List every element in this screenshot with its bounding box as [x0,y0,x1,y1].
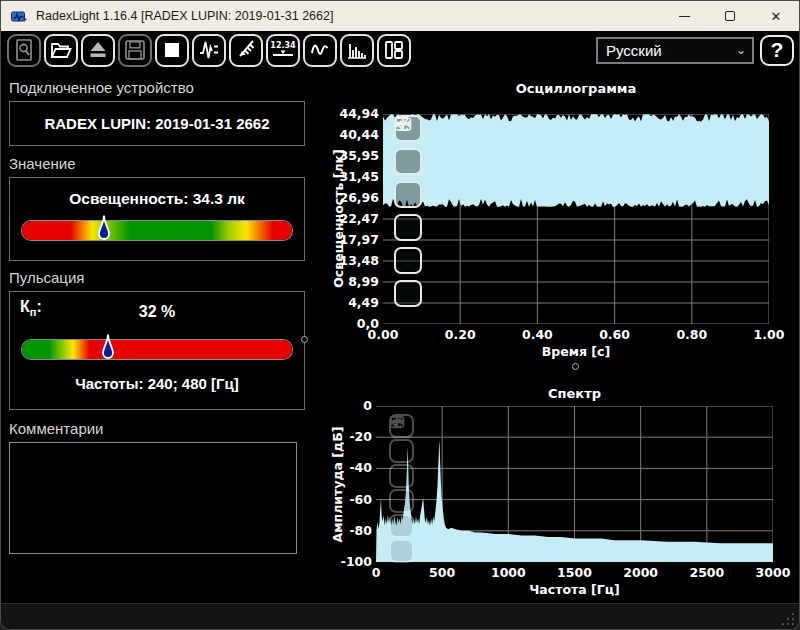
oscillogram-xtick-labels: 0.000.200.400.600.801.00 [383,327,769,343]
oscillogram-ytick-labels: 44,9440,4435,9531,4526,9622,4717,9713,48… [331,114,379,324]
spectrum-toolbar [389,414,414,563]
zoom-out-button[interactable] [394,214,422,241]
x-tick-label: 0.80 [676,327,707,342]
fit-horizontal-button[interactable] [394,247,422,274]
eject-icon [86,38,110,62]
resize-grip[interactable] [780,611,794,625]
x-tick-label: 3000 [756,565,791,580]
fit-horizontal-button[interactable] [389,514,414,538]
pulse-mode-button[interactable] [192,34,226,67]
y-tick-label: 22,47 [339,211,379,226]
x-tick-label: 0.20 [445,327,476,342]
maximize-button[interactable] [707,1,753,31]
fit-curve-button[interactable] [389,439,414,463]
x-tick-label: 0.40 [522,327,553,342]
y-tick-label: -100 [341,554,372,569]
ramp-hatch-icon [234,38,258,62]
x-tick-label: 0.00 [368,327,399,342]
stop-measurement-button[interactable] [155,34,189,67]
help-button[interactable]: ? [760,35,794,66]
device-section-label: Подключенное устройство [9,79,303,96]
comments-section-label: Комментарии [9,420,303,437]
oscillogram-toolbar [394,115,422,307]
pulse-trace-icon [197,38,221,62]
y-tick-label: 26,96 [339,190,379,205]
oscillogram-toggle-button[interactable] [303,34,337,67]
open-file-button[interactable] [44,34,78,67]
ramp-mode-button[interactable] [229,34,263,67]
fit-curve-button[interactable] [394,148,422,175]
value-display-toggle-button[interactable]: 12.34 [266,34,300,67]
oscillogram-plot[interactable] [383,114,769,324]
comments-input[interactable] [9,442,297,554]
window-title: RadexLight 1.16.4 [RADEX LUPIN: 2019-01-… [36,9,661,23]
app-window: RadexLight 1.16.4 [RADEX LUPIN: 2019-01-… [0,0,800,630]
y-tick-label: 40,44 [339,127,379,142]
spectrum-toggle-button[interactable] [340,34,374,67]
app-icon [11,9,28,24]
wave-icon [308,38,332,62]
panel-splitter-handle[interactable] [301,336,308,343]
language-value: Русский [606,42,736,59]
spectrum-ytick-labels: 0-20-40-60-80-100 [324,406,372,562]
oscillogram-xlabel: Время [с] [383,344,769,359]
x-tick-label: 0 [372,565,381,580]
y-tick-label: 31,45 [339,169,379,184]
device-name: RADEX LUPIN: 2019-01-31 2662 [44,115,269,132]
y-tick-label: 35,95 [339,148,379,163]
main-area: Подключенное устройство RADEX LUPIN: 201… [1,69,799,605]
floppy-disk-icon [123,38,147,62]
device-box: RADEX LUPIN: 2019-01-31 2662 [9,101,305,146]
x-tick-label: 500 [429,565,455,580]
y-tick-label: 44,94 [339,106,379,121]
x-tick-label: 0.60 [599,327,630,342]
y-tick-label: -20 [349,429,372,444]
close-button[interactable]: ✕ [753,1,799,31]
y-tick-label: 17,97 [339,232,379,247]
save-button[interactable] [118,34,152,67]
illuminance-value: Освещенность: 34.3 лк [22,190,292,208]
eject-device-button[interactable] [81,34,115,67]
illuminance-marker-icon [97,214,111,244]
numeric-display-icon: 12.34 [270,38,296,62]
pulsation-section-label: Пульсация [9,269,303,286]
spectrum-title: Спектр [376,386,773,401]
spectrum-xlabel: Частота [Гц] [376,582,773,597]
spectrum-plot[interactable] [376,406,773,562]
pulsation-box: Кп: 32 % Частоты: 240; 480 [Гц] [9,291,305,410]
illuminance-scale-bar [22,221,292,240]
svg-text:12.34: 12.34 [270,41,296,50]
value-section-label: Значение [9,155,303,172]
minimize-button[interactable] [661,1,707,31]
y-tick-label: 4,49 [348,295,379,310]
open-folder-icon [49,38,73,62]
zoom-in-button[interactable] [394,181,422,208]
fit-vertical-button[interactable] [389,539,414,563]
zoom-in-button[interactable] [389,464,414,488]
layout-panels-icon [382,38,406,62]
x-tick-label: 2500 [689,565,724,580]
x-tick-label: 1000 [491,565,526,580]
oscillogram-title: Осциллограмма [383,81,769,96]
y-tick-label: 8,99 [348,274,379,289]
status-bar [1,603,799,629]
x-tick-label: 1.00 [754,327,785,342]
y-tick-label: -80 [349,523,372,538]
y-tick-label: -60 [349,492,372,507]
language-select[interactable]: Русский ⌄ [596,37,754,64]
pulsation-scale-bar [22,340,292,359]
fit-vertical-button[interactable] [394,280,422,307]
layout-toggle-button[interactable] [377,34,411,67]
zoom-out-button[interactable] [389,489,414,513]
stop-icon [160,38,184,62]
y-tick-label: 0 [363,398,372,413]
kp-value: 32 % [22,303,292,321]
preview-button[interactable] [7,34,41,67]
magnifier-doc-icon [13,38,35,62]
value-box: Освещенность: 34.3 лк [9,177,305,261]
chevron-down-icon: ⌄ [736,43,746,57]
main-toolbar: 12.34 [1,31,799,69]
fit-vertical-icon [389,414,405,430]
spectrum-bars-icon [345,38,369,62]
y-tick-label: 13,48 [339,253,379,268]
